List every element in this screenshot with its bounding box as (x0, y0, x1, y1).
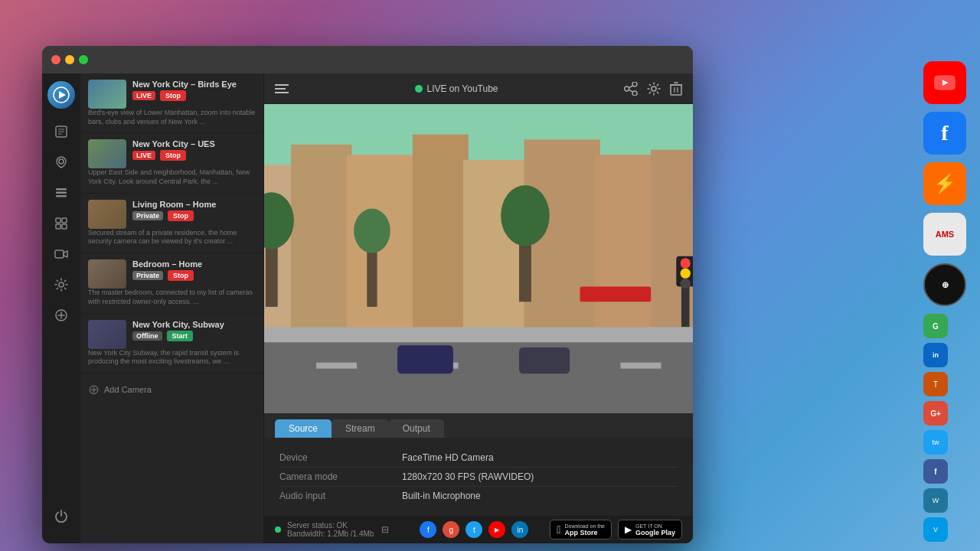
svg-rect-13 (56, 224, 60, 229)
svg-rect-58 (264, 327, 693, 342)
svg-point-24 (652, 86, 656, 91)
desktop-icon-sm-tw[interactable]: tw (923, 430, 948, 455)
stop-button-bedroom[interactable]: Stop (168, 270, 194, 281)
svg-rect-15 (55, 250, 64, 258)
desktop-icon-sm-g[interactable]: G (923, 314, 948, 338)
sidebar-item-location[interactable] (47, 148, 75, 176)
svg-point-42 (354, 208, 390, 253)
social-youtube[interactable]: ▶ (488, 521, 505, 538)
social-linkedin[interactable]: in (511, 521, 528, 538)
sidebar-item-grid[interactable] (47, 210, 75, 237)
sidebar-item-power[interactable] (47, 502, 75, 530)
info-label-mode: Camera mode (279, 471, 402, 482)
camera-item-living-room[interactable]: Living Room – Home Private Stop Secured … (80, 194, 263, 253)
desktop-icon-sniper[interactable]: ⊕ (923, 263, 966, 306)
svg-rect-45 (264, 337, 693, 413)
camera-name-nyc-birds: New York City – Birds Eye (132, 80, 256, 89)
svg-rect-51 (519, 347, 570, 373)
social-facebook[interactable]: f (420, 521, 436, 538)
google-play-main: Google Play (635, 529, 675, 536)
desktop-icon-sm-fb[interactable]: f (923, 459, 948, 484)
desktop-icon-sm-vimeo[interactable]: V (923, 517, 948, 542)
social-twitter[interactable]: t (466, 521, 482, 538)
live-indicator: LIVE on YouTube (415, 83, 498, 94)
camera-item-nyc-birds[interactable]: New York City – Birds Eye LIVE Stop Bird… (80, 73, 263, 133)
camera-name-subway: New York City, Subway (132, 320, 256, 329)
info-row-mode: Camera mode 980x551 30 FPS (RAWVIDEO) (279, 468, 678, 487)
top-bar-actions (624, 82, 682, 96)
start-button-subway[interactable]: Start (167, 331, 194, 341)
settings-icon[interactable] (647, 82, 661, 96)
tab-row: Source Stream Output (264, 413, 693, 438)
info-label-audio: Audio input (279, 491, 402, 501)
traffic-lights (51, 55, 88, 64)
camera-name-living: Living Room – Home (132, 200, 256, 209)
camera-desc-bedroom: The master bedroom, connected to my list… (88, 289, 256, 306)
desktop-icon-sm-gp[interactable]: G+ (923, 401, 948, 425)
video-content (264, 104, 693, 413)
add-camera-label: Add Camera (104, 385, 152, 394)
svg-point-55 (681, 269, 691, 279)
app-logo[interactable] (47, 81, 75, 109)
live-platform-label: LIVE on YouTube (427, 83, 498, 94)
sidebar-item-plus[interactable] (47, 302, 75, 329)
svg-marker-16 (64, 251, 67, 257)
camera-desc-subway: New York City Subway, the rapid transit … (88, 349, 256, 367)
tab-stream[interactable]: Stream (332, 419, 389, 438)
menu-icon[interactable] (275, 83, 289, 94)
svg-rect-25 (671, 85, 681, 95)
desktop-icon-ams[interactable]: AMS (923, 213, 966, 256)
stop-button-nyc-ues[interactable]: Stop (160, 150, 186, 161)
camera-name-nyc-ues: New York City – UES (132, 139, 256, 148)
desktop-icons: f ⚡ AMS ⊕ G in T G+ tw f W V (923, 61, 966, 542)
stop-button-living[interactable]: Stop (168, 210, 194, 221)
stop-button-nyc-birds[interactable]: Stop (160, 90, 186, 101)
desktop-icon-facebook[interactable]: f (923, 112, 966, 155)
info-value-audio: Built-in Microphone (402, 491, 481, 501)
google-play-badge[interactable]: ▶ GET IT ON Google Play (618, 520, 682, 540)
sidebar-item-list[interactable] (47, 179, 75, 207)
camera-thumb-bedroom (88, 259, 126, 289)
minimize-button[interactable] (65, 55, 74, 64)
share-icon[interactable] (624, 82, 638, 96)
title-bar (42, 46, 693, 73)
sidebar-item-video[interactable] (47, 240, 75, 268)
server-status-text: Server status: OK (287, 521, 374, 530)
svg-rect-9 (56, 192, 67, 194)
desktop-icon-youtube[interactable] (923, 61, 966, 104)
status-badge-nyc-ues: LIVE (132, 151, 155, 160)
tab-output[interactable]: Output (389, 419, 444, 438)
camera-item-bedroom[interactable]: Bedroom – Home Private Stop The master b… (80, 253, 263, 313)
svg-point-56 (681, 279, 691, 289)
close-button[interactable] (51, 55, 60, 64)
desktop-icon-thunderbolt[interactable]: ⚡ (923, 162, 966, 205)
svg-point-54 (681, 258, 691, 268)
delete-icon[interactable] (670, 82, 682, 96)
info-row-device: Device FaceTime HD Camera (279, 448, 678, 468)
svg-rect-46 (316, 363, 357, 369)
svg-rect-50 (397, 345, 453, 373)
add-camera-button[interactable]: ⊕ Add Camera (80, 373, 263, 406)
live-dot (415, 85, 423, 93)
fullscreen-button[interactable] (79, 55, 88, 64)
camera-thumb-nyc-birds (88, 80, 126, 109)
camera-desc-nyc-ues: Upper East Side and neighborhood, Manhat… (88, 168, 256, 186)
svg-rect-14 (62, 224, 67, 229)
social-gplus[interactable]: g (443, 521, 459, 538)
info-value-mode: 980x551 30 FPS (RAWVIDEO) (402, 471, 534, 482)
sidebar-item-settings[interactable] (47, 271, 75, 298)
desktop-icon-sm-t[interactable]: T (923, 372, 948, 396)
camera-thumb-living (88, 200, 126, 229)
camera-item-nyc-subway[interactable]: New York City, Subway Offline Start New … (80, 314, 263, 373)
desktop-icon-sm-wp[interactable]: W (923, 488, 948, 513)
desktop-icon-sm-li[interactable]: in (923, 343, 948, 367)
sidebar-item-book[interactable] (47, 118, 75, 145)
tab-source[interactable]: Source (275, 419, 332, 438)
top-bar: LIVE on YouTube (264, 73, 693, 104)
app-store-badge[interactable]:  Download on the App Store (550, 520, 612, 540)
status-badge-subway: Offline (132, 331, 162, 341)
app-body: New York City – Birds Eye LIVE Stop Bird… (42, 73, 693, 543)
camera-item-nyc-ues[interactable]: New York City – UES LIVE Stop Upper East… (80, 133, 263, 193)
server-status-dot (275, 527, 281, 533)
svg-point-44 (501, 185, 550, 246)
